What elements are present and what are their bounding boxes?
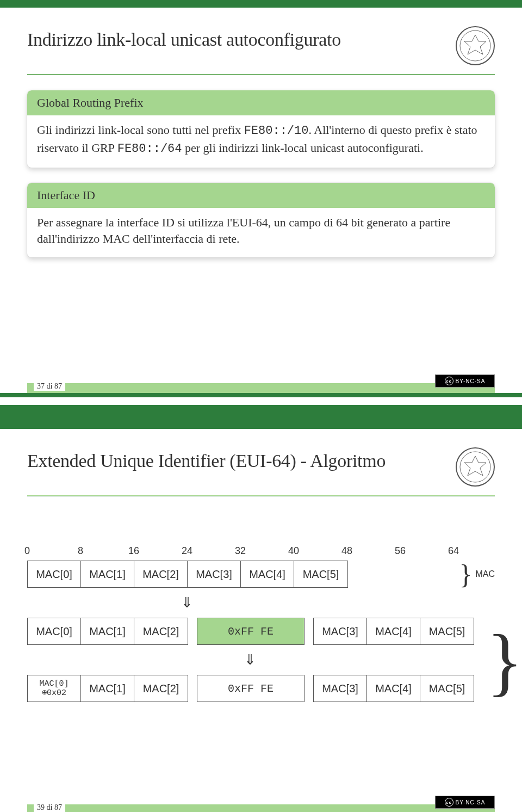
mac-cell: MAC[4] bbox=[367, 675, 420, 702]
mac-cell: MAC[1] bbox=[81, 618, 134, 644]
mac-cell: MAC[3] bbox=[188, 561, 241, 587]
bit-tick: 16 bbox=[128, 545, 139, 557]
mac-cell: MAC[3] bbox=[314, 618, 367, 644]
fffe-cell: 0xFF FE bbox=[197, 675, 304, 702]
cc-icon: cc bbox=[445, 798, 453, 807]
university-seal-icon bbox=[456, 447, 495, 487]
text: Gli indirizzi link-local sono tutti nel … bbox=[37, 123, 244, 137]
bit-ticks: 0816243240485664 bbox=[27, 545, 495, 556]
cc-icon: cc bbox=[445, 377, 453, 385]
university-seal-icon bbox=[456, 26, 495, 65]
bit-tick: 56 bbox=[395, 545, 406, 557]
bit-tick: 8 bbox=[78, 545, 83, 557]
mac-cell: MAC[1] bbox=[81, 561, 134, 587]
mac-cell: MAC[1] bbox=[81, 675, 134, 702]
cc-text: BY-NC-SA bbox=[456, 799, 486, 805]
fffe-cell: 0xFF FE bbox=[197, 618, 304, 644]
slide-2-title: Extended Unique Identifier (EUI-64) - Al… bbox=[27, 451, 386, 471]
mac-cell: MAC[2] bbox=[134, 561, 188, 587]
top-green-bar bbox=[0, 0, 522, 8]
slide-divider bbox=[0, 405, 522, 429]
diagram-row-eui64: MAC[0]⊕0x02 MAC[1] MAC[2] 0xFF FE MAC[3]… bbox=[27, 675, 495, 702]
slide-1-footer: 37 di 87 cc BY-NC-SA bbox=[0, 383, 522, 397]
slide-2: Extended Unique Identifier (EUI-64) - Al… bbox=[0, 429, 522, 812]
mac-cell: MAC[3] bbox=[314, 675, 367, 702]
title-underline bbox=[27, 74, 495, 75]
page-number: 37 di 87 bbox=[34, 382, 65, 391]
cc-license-badge: cc BY-NC-SA bbox=[435, 796, 495, 809]
mac-cell: MAC[4] bbox=[241, 561, 294, 587]
slide-1-title: Indirizzo link-local unicast autoconfigu… bbox=[27, 29, 341, 50]
diagram-row-fffe: MAC[0] MAC[1] MAC[2] 0xFF FE MAC[3] MAC[… bbox=[27, 618, 495, 645]
brace-icon: } bbox=[487, 642, 522, 680]
code: FE80::/10 bbox=[244, 124, 309, 138]
brace-icon: } bbox=[459, 563, 472, 585]
bit-tick: 24 bbox=[182, 545, 192, 557]
mac-cell: MAC[5] bbox=[294, 561, 347, 587]
bit-tick: 48 bbox=[341, 545, 352, 557]
code: FE80::/64 bbox=[117, 142, 182, 156]
bit-tick: 40 bbox=[288, 545, 299, 557]
box-grp: Global Routing Prefix Gli indirizzi link… bbox=[27, 90, 495, 168]
down-arrow-icon: ⇓ bbox=[27, 651, 473, 668]
box-iid-header: Interface ID bbox=[27, 183, 495, 208]
mac-cell: MAC[5] bbox=[420, 618, 474, 644]
mac-cell: MAC[4] bbox=[367, 618, 420, 644]
slide-2-footer: 39 di 87 cc BY-NC-SA bbox=[0, 804, 522, 812]
diagram-row-mac: MAC[0] MAC[1] MAC[2] MAC[3] MAC[4] MAC[5… bbox=[27, 561, 495, 588]
mac-cell: MAC[5] bbox=[420, 675, 474, 702]
bit-tick: 32 bbox=[235, 545, 246, 557]
cc-text: BY-NC-SA bbox=[456, 378, 486, 384]
xor-cell: MAC[0]⊕0x02 bbox=[28, 675, 81, 702]
label-mac: MAC bbox=[475, 569, 495, 579]
eui64-diagram: 0816243240485664 MAC[0] MAC[1] MAC[2] MA… bbox=[27, 545, 495, 702]
mac-cell: MAC[2] bbox=[134, 618, 188, 644]
cc-license-badge: cc BY-NC-SA bbox=[435, 374, 495, 387]
slide-1: Indirizzo link-local unicast autoconfigu… bbox=[0, 8, 522, 397]
mac-cell: MAC[0] bbox=[28, 618, 81, 644]
box-iid-body: Per assegnare la interface ID si utilizz… bbox=[27, 208, 495, 258]
box-iid: Interface ID Per assegnare la interface … bbox=[27, 183, 495, 258]
text: per gli indirizzi link-local unicast aut… bbox=[182, 141, 424, 155]
title-underline bbox=[27, 495, 495, 496]
mac-cell: MAC[2] bbox=[134, 675, 188, 702]
mac-cell: MAC[0] bbox=[28, 561, 81, 587]
page-number: 39 di 87 bbox=[34, 803, 65, 812]
box-grp-body: Gli indirizzi link-local sono tutti nel … bbox=[27, 115, 495, 168]
down-arrow-icon: ⇓ bbox=[27, 594, 347, 611]
box-grp-header: Global Routing Prefix bbox=[27, 90, 495, 115]
bit-tick: 0 bbox=[24, 545, 30, 557]
bit-tick: 64 bbox=[448, 545, 459, 557]
